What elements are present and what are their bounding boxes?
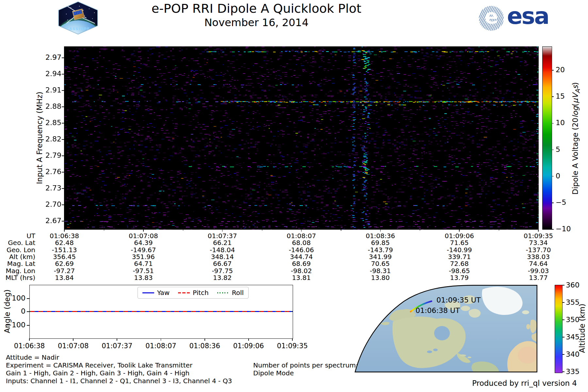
angle-xtick [204,338,205,341]
angle-ytick-label: −100 [5,321,25,329]
altitude-colorbar-tick [563,302,564,303]
voltage-colorbar-tick [552,70,554,71]
ephemeris-row-label: Alt (km) [0,253,35,260]
angle-xtick-label: 01:09:35 [271,342,314,350]
angle-ytick-label: 100 [5,294,25,302]
voltage-colorbar-tick [552,176,554,177]
ephemeris-value: 13.77 [512,274,564,281]
ephemeris-value: 13.81 [275,274,327,281]
legend-item-yaw: Yaw [142,289,170,297]
ephemeris-value: 339.71 [433,253,485,260]
ephemeris-value: 01:09:06 [433,233,485,239]
angle-xtick [161,338,161,341]
altitude-colorbar-tick-label: 335 [566,368,582,376]
time-minor-tick [341,229,341,231]
map-layers [315,285,537,372]
ephemeris-value: 68.08 [275,239,327,246]
freq-tick [62,172,64,172]
voltage-colorbar-tick-label: −5 [556,198,576,207]
time-tick [64,229,65,232]
page-date: November 16, 2014 [93,16,420,29]
colorbar-label-paren: ( [571,103,580,106]
legend-label-pitch: Pitch [193,289,209,297]
altitude-colorbar-tick [563,319,564,320]
ephemeris-value: -97.51 [117,268,170,274]
freq-tick [62,155,64,156]
altitude-colorbar [555,285,563,373]
time-tick [301,229,302,232]
ephemeris-value: 13.79 [433,274,485,281]
esa-wordmark: esa [507,3,548,29]
angle-xtick-label: 01:08:07 [140,342,182,350]
freq-tick-label: 2.73 [39,184,61,192]
altitude-colorbar-tick [563,354,564,355]
time-tick [380,229,381,232]
ephemeris-value: 351.96 [117,253,170,260]
ephemeris-value: 13.82 [196,274,249,281]
freq-tick [62,188,64,189]
legend-label-roll: Roll [232,289,244,297]
voltage-colorbar [542,46,552,230]
roll-line-sample-icon [217,292,229,293]
annotation-attitude: Attitude = Nadir [6,353,59,361]
ephemeris-value: 64.71 [117,260,170,267]
angle-ytick [27,325,29,326]
quicklook-figure: e-POP RRI Dipole A Quicklook Plot Novemb… [0,0,588,392]
esa-globe-letter: e [479,6,504,28]
angle-xtick [73,338,74,341]
altitude-colorbar-tick-label: 360 [566,281,582,289]
ephemeris-value: 01:08:36 [354,233,406,239]
aurora-arc-icon [59,18,97,34]
ephemeris-value: 68.69 [275,260,327,267]
ephemeris-value: 66.21 [196,239,249,246]
ephemeris-value: 338.03 [512,253,564,260]
footer-credit: Produced by rri_ql version 4 [457,379,577,387]
altitude-colorbar-tick-label: 350 [566,316,582,324]
pitch-line-sample-icon [178,292,190,293]
annotation-gains: Gain 1 - High, Gain 2 - High, Gain 3 - H… [6,369,189,377]
freq-tick [62,90,64,91]
freq-tick [62,221,64,221]
freq-tick-label: 2.97 [39,53,61,62]
annotation-dipole-mode: Dipole Mode [253,369,294,377]
world-map [315,285,537,372]
ephemeris-value: -97.27 [38,268,90,274]
ephemeris-row-label: Geo. Lon [0,247,35,253]
ephemeris-row-label: UT [0,233,35,239]
altitude-colorbar-tick [563,285,564,286]
ephemeris-value: 62.69 [38,260,90,267]
angle-xtick-label: 01:07:37 [96,342,138,350]
voltage-colorbar-tick [552,150,554,150]
ephemeris-value: -149.67 [117,247,170,253]
voltage-colorbar-tick-label: −10 [556,225,576,233]
ephemeris-value: 01:08:07 [275,233,327,239]
ephemeris-value: 344.74 [275,253,327,260]
ephemeris-value: 73.34 [512,239,564,246]
angle-legend: Yaw Pitch Roll [138,287,249,299]
freq-tick [62,74,64,74]
ephemeris-value: 341.99 [354,253,406,260]
altitude-colorbar-tick-label: 345 [566,333,582,341]
solar-panel-icon [73,10,82,15]
ephemeris-value: 01:07:37 [196,233,249,239]
freq-tick-label: 2.79 [39,151,61,160]
time-minor-tick [104,229,104,231]
ephemeris-value: 13.80 [354,274,406,281]
freq-tick-label: 2.76 [39,168,61,176]
time-tick [538,229,539,232]
time-minor-tick [499,229,499,231]
track-start-time-label: 01:06:38 UT [416,306,460,315]
voltage-colorbar-tick [552,123,554,124]
ephemeris-value: 69.85 [354,239,406,246]
ephemeris-value: 13.83 [117,274,170,281]
angle-plot: Yaw Pitch Roll [29,285,293,339]
ephemeris-value: 356.45 [38,253,90,260]
freq-tick-label: 2.94 [39,70,61,78]
cassiope-mission-logo: CASSIOPE [58,1,98,35]
ephemeris-row-label: Mag. Lat [0,260,35,267]
roll-line [30,311,293,312]
voltage-colorbar-tick-label: 5 [556,145,576,154]
voltage-colorbar-tick [552,96,554,97]
cassiope-logo-text: CASSIOPE [59,27,97,31]
ephemeris-value: 72.68 [433,260,485,267]
